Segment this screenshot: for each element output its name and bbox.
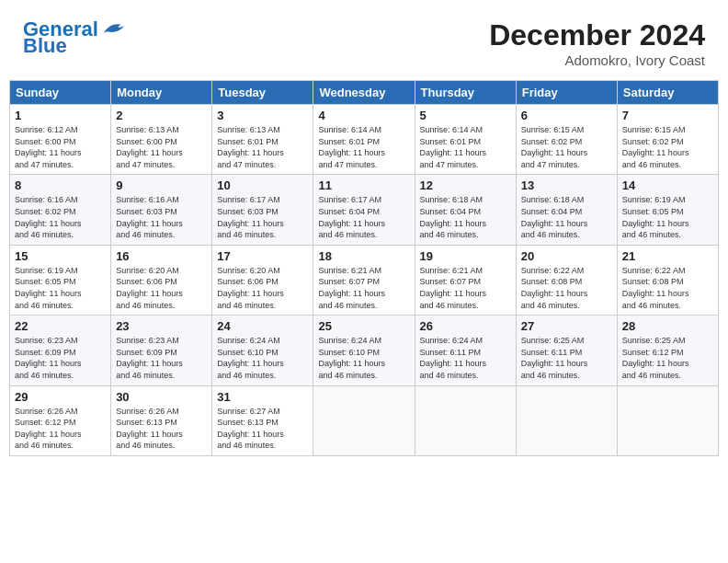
day-sun-info: Sunrise: 6:24 AMSunset: 6:11 PMDaylight:… — [420, 335, 511, 381]
calendar-cell: 18Sunrise: 6:21 AMSunset: 6:07 PMDayligh… — [313, 245, 415, 315]
calendar-cell: 15Sunrise: 6:19 AMSunset: 6:05 PMDayligh… — [10, 245, 111, 315]
logo-text2: Blue — [23, 35, 67, 57]
day-number: 2 — [116, 109, 207, 122]
col-header-sunday: Sunday — [10, 81, 111, 105]
calendar-cell: 3Sunrise: 6:13 AMSunset: 6:01 PMDaylight… — [212, 105, 313, 175]
day-number: 30 — [116, 390, 207, 404]
day-number: 24 — [217, 319, 308, 333]
day-number: 16 — [116, 249, 207, 263]
col-header-tuesday: Tuesday — [212, 81, 313, 105]
day-sun-info: Sunrise: 6:19 AMSunset: 6:05 PMDaylight:… — [622, 194, 713, 240]
day-sun-info: Sunrise: 6:27 AMSunset: 6:13 PMDaylight:… — [217, 406, 308, 452]
day-sun-info: Sunrise: 6:13 AMSunset: 6:01 PMDaylight:… — [217, 124, 308, 170]
day-sun-info: Sunrise: 6:20 AMSunset: 6:06 PMDaylight:… — [116, 265, 207, 311]
calendar-cell: 27Sunrise: 6:25 AMSunset: 6:11 PMDayligh… — [516, 316, 617, 385]
calendar-table: SundayMondayTuesdayWednesdayThursdayFrid… — [9, 80, 719, 456]
day-number: 25 — [318, 319, 409, 333]
day-number: 14 — [622, 178, 713, 192]
day-number: 13 — [521, 178, 612, 192]
calendar-cell: 1Sunrise: 6:12 AMSunset: 6:00 PMDaylight… — [10, 105, 111, 175]
calendar-cell: 22Sunrise: 6:23 AMSunset: 6:09 PMDayligh… — [10, 316, 111, 385]
col-header-thursday: Thursday — [415, 81, 516, 105]
calendar-cell: 30Sunrise: 6:26 AMSunset: 6:13 PMDayligh… — [111, 385, 212, 455]
day-number: 6 — [521, 109, 612, 122]
header: General Blue December 2024 Adomokro, Ivo… — [9, 9, 719, 73]
calendar-cell: 25Sunrise: 6:24 AMSunset: 6:10 PMDayligh… — [313, 316, 415, 385]
day-number: 1 — [15, 109, 106, 122]
month-title: December 2024 — [489, 18, 705, 52]
day-number: 27 — [521, 319, 612, 333]
day-number: 12 — [420, 178, 511, 192]
day-number: 18 — [318, 249, 409, 263]
calendar-cell: 21Sunrise: 6:22 AMSunset: 6:08 PMDayligh… — [617, 245, 718, 315]
day-number: 7 — [622, 109, 713, 122]
calendar-cell: 20Sunrise: 6:22 AMSunset: 6:08 PMDayligh… — [516, 245, 617, 315]
day-sun-info: Sunrise: 6:22 AMSunset: 6:08 PMDaylight:… — [521, 265, 612, 311]
day-number: 10 — [217, 178, 308, 192]
calendar-header-row: SundayMondayTuesdayWednesdayThursdayFrid… — [10, 81, 719, 105]
calendar-cell: 5Sunrise: 6:14 AMSunset: 6:01 PMDaylight… — [415, 105, 516, 175]
calendar-cell — [617, 385, 718, 455]
day-number: 29 — [15, 390, 106, 404]
day-sun-info: Sunrise: 6:17 AMSunset: 6:03 PMDaylight:… — [217, 194, 308, 240]
day-sun-info: Sunrise: 6:18 AMSunset: 6:04 PMDaylight:… — [420, 194, 511, 240]
day-number: 22 — [15, 319, 106, 333]
calendar-cell — [516, 385, 617, 455]
day-sun-info: Sunrise: 6:15 AMSunset: 6:02 PMDaylight:… — [521, 124, 612, 170]
col-header-friday: Friday — [516, 81, 617, 105]
calendar-cell: 14Sunrise: 6:19 AMSunset: 6:05 PMDayligh… — [617, 175, 718, 245]
calendar-cell: 7Sunrise: 6:15 AMSunset: 6:02 PMDaylight… — [617, 105, 718, 175]
day-sun-info: Sunrise: 6:24 AMSunset: 6:10 PMDaylight:… — [318, 335, 409, 381]
calendar-week-row: 22Sunrise: 6:23 AMSunset: 6:09 PMDayligh… — [10, 316, 719, 385]
day-sun-info: Sunrise: 6:26 AMSunset: 6:13 PMDaylight:… — [116, 406, 207, 452]
logo-bird-icon — [100, 18, 128, 37]
day-sun-info: Sunrise: 6:23 AMSunset: 6:09 PMDaylight:… — [116, 335, 207, 381]
day-number: 31 — [217, 390, 308, 404]
day-number: 11 — [318, 178, 409, 192]
day-sun-info: Sunrise: 6:22 AMSunset: 6:08 PMDaylight:… — [622, 265, 713, 311]
day-sun-info: Sunrise: 6:26 AMSunset: 6:12 PMDaylight:… — [15, 406, 106, 452]
location-subtitle: Adomokro, Ivory Coast — [489, 52, 705, 68]
day-number: 5 — [420, 109, 511, 122]
day-sun-info: Sunrise: 6:18 AMSunset: 6:04 PMDaylight:… — [521, 194, 612, 240]
calendar-cell: 31Sunrise: 6:27 AMSunset: 6:13 PMDayligh… — [212, 385, 313, 455]
calendar-week-row: 1Sunrise: 6:12 AMSunset: 6:00 PMDaylight… — [10, 105, 719, 175]
day-sun-info: Sunrise: 6:25 AMSunset: 6:11 PMDaylight:… — [521, 335, 612, 381]
day-number: 28 — [622, 319, 713, 333]
calendar-cell: 11Sunrise: 6:17 AMSunset: 6:04 PMDayligh… — [313, 175, 415, 245]
calendar-cell: 13Sunrise: 6:18 AMSunset: 6:04 PMDayligh… — [516, 175, 617, 245]
calendar-cell: 28Sunrise: 6:25 AMSunset: 6:12 PMDayligh… — [617, 316, 718, 385]
day-number: 4 — [318, 109, 409, 122]
day-number: 20 — [521, 249, 612, 263]
day-sun-info: Sunrise: 6:17 AMSunset: 6:04 PMDaylight:… — [318, 194, 409, 240]
calendar-cell: 10Sunrise: 6:17 AMSunset: 6:03 PMDayligh… — [212, 175, 313, 245]
day-number: 9 — [116, 178, 207, 192]
calendar-cell: 8Sunrise: 6:16 AMSunset: 6:02 PMDaylight… — [10, 175, 111, 245]
day-sun-info: Sunrise: 6:15 AMSunset: 6:02 PMDaylight:… — [622, 124, 713, 170]
day-sun-info: Sunrise: 6:13 AMSunset: 6:00 PMDaylight:… — [116, 124, 207, 170]
calendar-week-row: 29Sunrise: 6:26 AMSunset: 6:12 PMDayligh… — [10, 385, 719, 455]
day-number: 23 — [116, 319, 207, 333]
day-sun-info: Sunrise: 6:16 AMSunset: 6:02 PMDaylight:… — [15, 194, 106, 240]
title-area: December 2024 Adomokro, Ivory Coast — [489, 18, 705, 68]
calendar-cell: 29Sunrise: 6:26 AMSunset: 6:12 PMDayligh… — [10, 385, 111, 455]
calendar-cell — [415, 385, 516, 455]
day-number: 21 — [622, 249, 713, 263]
day-sun-info: Sunrise: 6:12 AMSunset: 6:00 PMDaylight:… — [15, 124, 106, 170]
day-number: 17 — [217, 249, 308, 263]
day-number: 15 — [15, 249, 106, 263]
calendar-cell: 6Sunrise: 6:15 AMSunset: 6:02 PMDaylight… — [516, 105, 617, 175]
day-sun-info: Sunrise: 6:24 AMSunset: 6:10 PMDaylight:… — [217, 335, 308, 381]
col-header-saturday: Saturday — [617, 81, 718, 105]
day-sun-info: Sunrise: 6:21 AMSunset: 6:07 PMDaylight:… — [420, 265, 511, 311]
day-number: 19 — [420, 249, 511, 263]
calendar-cell: 2Sunrise: 6:13 AMSunset: 6:00 PMDaylight… — [111, 105, 212, 175]
calendar-week-row: 8Sunrise: 6:16 AMSunset: 6:02 PMDaylight… — [10, 175, 719, 245]
day-sun-info: Sunrise: 6:14 AMSunset: 6:01 PMDaylight:… — [420, 124, 511, 170]
calendar-cell: 4Sunrise: 6:14 AMSunset: 6:01 PMDaylight… — [313, 105, 415, 175]
calendar-cell: 26Sunrise: 6:24 AMSunset: 6:11 PMDayligh… — [415, 316, 516, 385]
day-sun-info: Sunrise: 6:21 AMSunset: 6:07 PMDaylight:… — [318, 265, 409, 311]
day-sun-info: Sunrise: 6:16 AMSunset: 6:03 PMDaylight:… — [116, 194, 207, 240]
logo: General Blue — [23, 18, 128, 57]
calendar-cell — [313, 385, 415, 455]
